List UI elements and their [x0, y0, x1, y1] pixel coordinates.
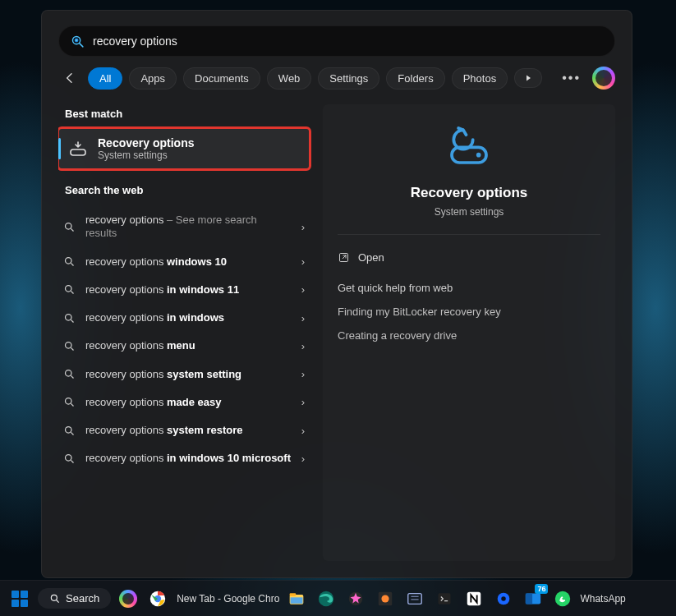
chevron-right-icon: ›	[301, 396, 305, 408]
filter-folders[interactable]: Folders	[386, 67, 444, 90]
filter-settings[interactable]: Settings	[318, 67, 379, 90]
suggestion-text: recovery options system restore	[85, 424, 292, 437]
svg-point-10	[66, 314, 72, 320]
search-icon	[63, 221, 76, 233]
search-icon	[71, 34, 85, 48]
svg-line-11	[71, 319, 73, 322]
notion-icon[interactable]	[462, 586, 486, 611]
svg-line-1	[80, 43, 83, 46]
suggestion-text: recovery options windows 10	[85, 255, 292, 269]
svg-rect-31	[291, 597, 303, 604]
explorer-icon[interactable]	[284, 586, 309, 611]
best-match-result[interactable]: Recovery options System settings	[58, 128, 310, 169]
web-suggestion[interactable]: recovery options system setting›	[58, 361, 310, 388]
suggestion-text: recovery options system setting	[85, 368, 292, 381]
best-match-header: Best match	[65, 108, 310, 120]
chevron-right-icon: ›	[301, 255, 305, 268]
divider	[338, 234, 600, 235]
svg-line-19	[71, 432, 73, 434]
svg-point-8	[66, 286, 72, 292]
open-icon	[338, 251, 350, 264]
taskbar-search-label: Search	[66, 592, 99, 605]
app-icon-3[interactable]	[402, 586, 427, 611]
chevron-right-icon: ›	[301, 221, 305, 233]
search-flyout: All Apps Documents Web Settings Folders …	[41, 10, 632, 578]
svg-rect-44	[526, 593, 532, 604]
web-suggestion[interactable]: recovery options in windows›	[58, 304, 310, 332]
web-suggestion[interactable]: recovery options menu›	[58, 332, 310, 360]
svg-point-4	[66, 223, 72, 229]
svg-point-18	[66, 426, 72, 433]
suggestion-text: recovery options in windows 10 microsoft	[85, 452, 292, 465]
web-suggestions-list: recovery options – See more search resul…	[58, 206, 310, 473]
svg-rect-39	[439, 593, 451, 604]
svg-point-25	[51, 595, 57, 600]
svg-line-13	[71, 347, 73, 350]
svg-point-12	[66, 342, 72, 348]
filter-all[interactable]: All	[88, 67, 122, 90]
svg-point-16	[66, 398, 72, 405]
svg-point-14	[66, 370, 72, 377]
search-web-header: Search the web	[65, 184, 310, 196]
filter-more[interactable]	[514, 68, 542, 88]
detail-title: Recovery options	[411, 185, 528, 201]
recovery-icon	[68, 139, 88, 159]
whatsapp-label[interactable]: WhatsApp	[580, 593, 625, 605]
filter-row: All Apps Documents Web Settings Folders …	[58, 67, 615, 90]
svg-point-42	[502, 596, 507, 601]
help-link[interactable]: Creating a recovery drive	[338, 329, 600, 342]
search-box[interactable]	[58, 25, 615, 57]
app-icon-1[interactable]	[343, 586, 368, 611]
svg-point-6	[66, 258, 72, 264]
web-suggestion[interactable]: recovery options system restore›	[58, 416, 310, 444]
search-input[interactable]	[93, 34, 603, 48]
search-icon	[63, 396, 76, 408]
detail-pane: Recovery options System settings Open Ge…	[323, 104, 615, 561]
filter-documents[interactable]: Documents	[183, 67, 260, 90]
app-icon-2[interactable]	[373, 586, 398, 611]
web-suggestion[interactable]: recovery options windows 10›	[58, 248, 310, 276]
edge-icon[interactable]	[314, 586, 338, 611]
overflow-button[interactable]: •••	[557, 69, 586, 87]
open-action[interactable]: Open	[338, 248, 600, 275]
svg-rect-30	[290, 593, 297, 595]
search-icon	[63, 312, 76, 324]
suggestion-text: recovery options – See more search resul…	[85, 214, 292, 241]
help-link[interactable]: Finding my BitLocker recovery key	[338, 306, 600, 318]
search-icon	[63, 283, 76, 296]
suggestion-text: recovery options menu	[85, 339, 292, 352]
copilot-taskbar-icon[interactable]	[116, 586, 140, 611]
app-icon-4[interactable]	[491, 586, 516, 611]
chrome-icon[interactable]	[145, 586, 170, 611]
taskbar: Search New Tab - Google Chro 76 WhatsApp	[0, 580, 676, 616]
terminal-icon[interactable]	[432, 586, 457, 611]
web-suggestion[interactable]: recovery options made easy›	[58, 388, 310, 416]
badge-count: 76	[535, 584, 548, 594]
web-suggestion[interactable]: recovery options – See more search resul…	[58, 206, 310, 248]
copilot-button[interactable]	[592, 67, 615, 90]
web-suggestion[interactable]: recovery options in windows 10 microsoft…	[58, 444, 310, 472]
help-header: Get quick help from web	[338, 282, 600, 294]
back-button[interactable]	[58, 67, 81, 90]
filter-apps[interactable]: Apps	[129, 67, 177, 90]
web-suggestion[interactable]: recovery options in windows 11›	[58, 276, 310, 304]
search-icon	[63, 340, 76, 352]
svg-point-45	[555, 591, 570, 605]
filter-photos[interactable]: Photos	[452, 67, 508, 90]
chevron-right-icon: ›	[301, 283, 305, 296]
svg-point-2	[75, 38, 79, 42]
chevron-right-icon: ›	[301, 312, 305, 324]
taskbar-search[interactable]: Search	[38, 588, 111, 609]
search-icon	[63, 425, 76, 437]
start-button[interactable]	[7, 586, 33, 612]
svg-line-15	[71, 376, 73, 379]
whatsapp-icon[interactable]	[550, 586, 575, 611]
svg-point-20	[66, 454, 72, 461]
search-icon	[63, 368, 76, 380]
svg-rect-22	[452, 147, 486, 163]
chevron-right-icon: ›	[301, 368, 305, 380]
filter-web[interactable]: Web	[267, 67, 312, 90]
chrome-window-title[interactable]: New Tab - Google Chro	[177, 593, 279, 605]
outlook-icon[interactable]: 76	[521, 586, 545, 611]
recovery-icon-large	[446, 122, 492, 168]
